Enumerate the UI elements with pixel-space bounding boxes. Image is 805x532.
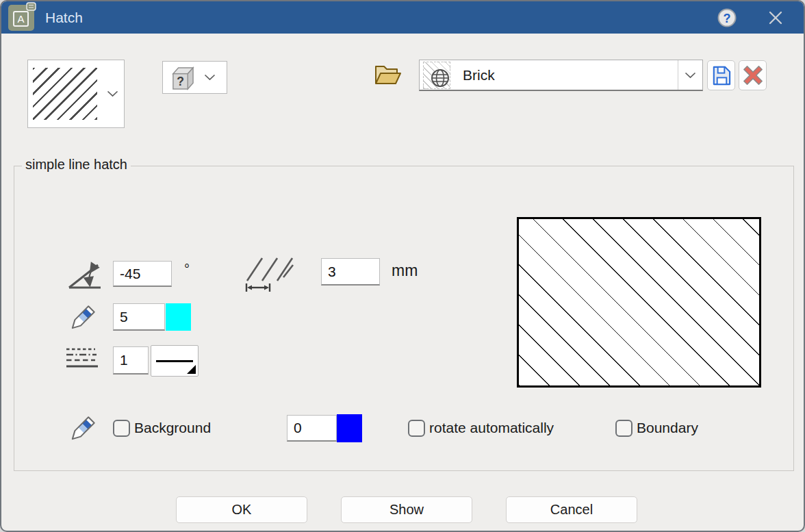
angle-input[interactable] (113, 261, 172, 287)
chevron-down-icon (685, 72, 696, 79)
background-value-input[interactable] (287, 415, 337, 442)
open-pattern-file-button[interactable] (373, 62, 402, 88)
cube-icon: ? (170, 65, 194, 90)
pattern-name-combobox[interactable]: Brick (419, 60, 703, 91)
boundary-label[interactable]: Boundary (637, 420, 698, 436)
linetype-sample (156, 360, 193, 362)
cancel-button[interactable]: Cancel (506, 496, 637, 523)
projection-select[interactable]: ? (162, 61, 227, 94)
background-label[interactable]: Background (134, 420, 211, 436)
help-button[interactable]: ? (717, 8, 737, 27)
cube-question-label: ? (177, 75, 184, 88)
close-icon (770, 12, 781, 23)
delete-x-icon (742, 64, 764, 86)
close-button[interactable] (767, 10, 784, 26)
hatch-preview-pattern (519, 219, 759, 385)
hatch-dialog: A Hatch ? ? (0, 0, 805, 532)
background-checkbox[interactable] (113, 420, 130, 437)
pen-color-swatch[interactable] (166, 303, 191, 331)
linetype-input[interactable] (113, 346, 149, 375)
app-icon: A (8, 5, 34, 31)
chevron-down-icon (107, 90, 118, 97)
pattern-name-value: Brick (463, 67, 495, 84)
delete-pattern-button[interactable] (739, 60, 767, 90)
save-pattern-button[interactable] (707, 60, 735, 90)
save-icon (711, 65, 732, 86)
pen-width-input[interactable] (113, 303, 165, 331)
hatch-preview (517, 217, 761, 388)
rotate-automatically-checkbox[interactable] (408, 420, 425, 437)
background-pen-icon (66, 411, 98, 444)
help-icon: ? (724, 12, 731, 25)
ok-button[interactable]: OK (176, 496, 307, 523)
rotate-automatically-label[interactable]: rotate automatically (429, 420, 554, 436)
app-icon-badge (26, 2, 36, 11)
angle-unit-label: ° (184, 262, 190, 277)
background-color-swatch[interactable] (337, 414, 362, 442)
app-icon-letter: A (13, 11, 29, 27)
show-button[interactable]: Show (341, 496, 472, 523)
window-title: Hatch (45, 1, 83, 34)
pen-icon (66, 301, 98, 333)
pattern-name-dropdown-button[interactable] (678, 60, 702, 90)
pattern-thumbnail (423, 62, 450, 89)
titlebar: A Hatch ? (1, 1, 804, 34)
spacing-unit-label: mm (392, 262, 418, 280)
linetype-select[interactable] (151, 345, 199, 377)
chevron-down-icon (204, 74, 216, 81)
hatch-style-select[interactable] (27, 60, 125, 128)
boundary-checkbox[interactable] (615, 420, 632, 437)
hatch-style-preview (33, 68, 97, 120)
line-spacing-icon (242, 253, 298, 292)
group-label: simple line hatch (22, 157, 131, 173)
globe-icon (431, 68, 450, 88)
dropdown-corner-icon (187, 365, 196, 374)
spacing-input[interactable] (321, 258, 380, 286)
linetype-icon (65, 347, 99, 370)
angle-icon (68, 259, 102, 290)
